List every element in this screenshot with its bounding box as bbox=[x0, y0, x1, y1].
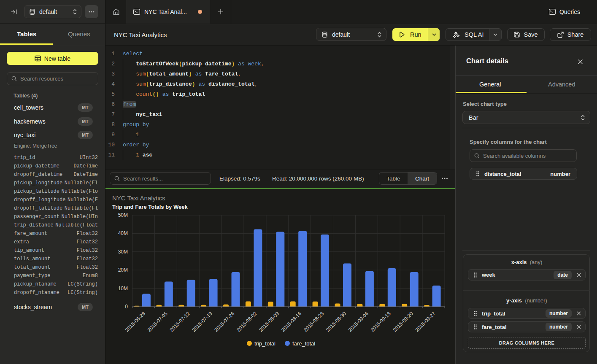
svg-text:30M: 30M bbox=[118, 249, 128, 255]
svg-text:NYC Taxi Analytics: NYC Taxi Analytics bbox=[112, 194, 165, 202]
svg-text:trip_total: trip_total bbox=[254, 340, 276, 347]
svg-text:Trip and Fare Totals by Week: Trip and Fare Totals by Week bbox=[112, 204, 188, 210]
svg-text:0: 0 bbox=[125, 304, 128, 310]
svg-text:10M: 10M bbox=[118, 286, 128, 291]
svg-text:40M: 40M bbox=[118, 230, 128, 236]
svg-text:50M: 50M bbox=[118, 212, 128, 218]
svg-text:20M: 20M bbox=[118, 267, 128, 273]
svg-text:fare_total: fare_total bbox=[292, 340, 315, 347]
